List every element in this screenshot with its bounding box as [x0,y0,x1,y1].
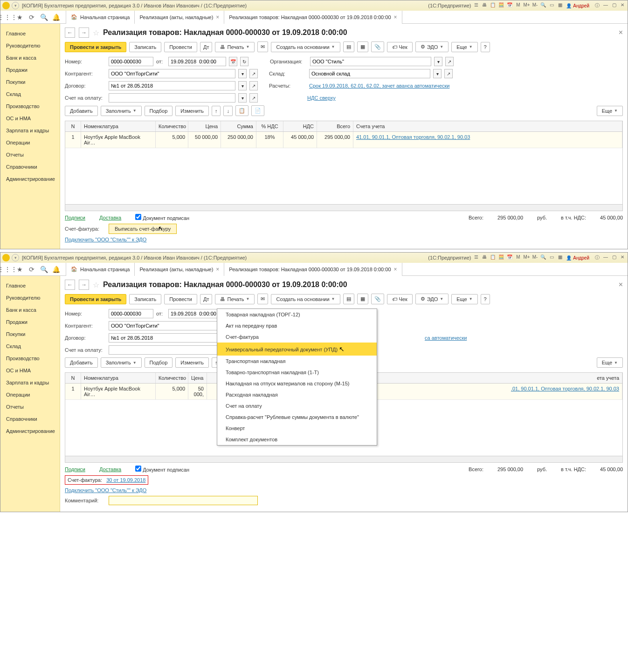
select-button[interactable]: Подбор [145,106,173,116]
titlebar-tool[interactable]: 🖶 [481,254,488,261]
maximize-icon[interactable]: ▢ [611,254,617,261]
history-icon[interactable]: ⟳ [28,13,36,21]
move-down-icon[interactable]: ↓ [223,106,233,116]
titlebar-tool[interactable]: 🔍 [540,2,546,9]
maximize-icon[interactable]: ▢ [611,2,617,9]
vat-link[interactable]: НДС сверху [307,95,336,101]
sidebar-item[interactable]: Руководителю [0,40,60,52]
titlebar-tool[interactable]: ▭ [548,254,555,261]
open-icon[interactable]: ↗ [444,69,453,78]
user-badge[interactable]: 👤 Андрей [566,255,589,261]
edo-connect-link[interactable]: Подключить "ООО "Стиль"" к ЭДО [65,487,146,493]
warehouse-input[interactable] [309,69,430,78]
minimize-icon[interactable]: — [602,2,609,9]
info-icon[interactable]: ⓘ [594,2,600,9]
more-button[interactable]: Еще ▼ [451,294,477,304]
menu-item[interactable]: Транспортная накладная [217,356,377,367]
menu-item[interactable]: Товарно-транспортная накладная (1-Т) [217,367,377,378]
invoice-link[interactable]: 30 от 19.09.2018 [106,477,145,483]
titlebar-tool[interactable]: ☰ [473,2,479,9]
sidebar-item[interactable]: Отчеты [0,149,60,161]
attach-icon[interactable]: 📎 [371,294,384,304]
menu-item[interactable]: Акт на передачу прав [217,320,377,331]
col-total[interactable]: Всего [317,121,353,131]
org-input[interactable] [310,57,431,66]
minimize-icon[interactable]: — [602,254,609,261]
reg-icon[interactable]: ▤ [343,294,354,304]
titlebar-tool[interactable]: 🧮 [498,254,504,261]
sidebar-item[interactable]: Отчеты [0,401,60,413]
horizontal-scrollbar[interactable] [65,456,622,462]
info-icon[interactable]: ⓘ [594,254,600,261]
sidebar-item[interactable]: Главное [0,280,60,292]
titlebar-tool[interactable]: M [515,2,521,9]
apps-icon[interactable]: ⋮⋮⋮ [3,265,12,274]
sidebar-item[interactable]: Склад [0,340,60,352]
select-button[interactable]: Подбор [145,357,173,368]
add-button[interactable]: Добавить [65,357,98,368]
post-and-close-button[interactable]: Провести и закрыть [65,42,126,52]
signatures-link[interactable]: Подписи [65,215,85,220]
favorite-icon[interactable]: ★ [15,265,24,274]
refresh-icon[interactable]: ↻ [240,57,248,66]
more-button[interactable]: Еще ▼ [451,42,477,52]
struct-icon[interactable]: ▦ [357,41,368,52]
menu-item[interactable]: Справка-расчет "Рублевые суммы документа… [217,411,377,423]
titlebar-tool[interactable]: ☰ [473,254,479,261]
create-invoice-button[interactable]: Выписать счет-фактуру [109,224,177,234]
calc-link-partial[interactable]: ca автоматически [425,335,467,341]
print-button[interactable]: 🖶 Печать ▼ [215,294,255,304]
dt-kt-icon[interactable]: Дт [200,42,213,52]
help-icon[interactable]: ? [481,294,490,304]
create-based-button[interactable]: Создать на основании ▼ [271,294,340,304]
close-icon[interactable]: ✕ [619,2,626,9]
number-input[interactable] [109,57,153,66]
tab-home[interactable]: 🏠 Начальная страница [66,11,135,24]
edit-button[interactable]: Изменить [175,106,209,116]
titlebar-tool[interactable]: ▭ [548,2,555,9]
select-icon[interactable]: ▾ [433,69,442,78]
attach-icon[interactable]: 📎 [371,41,384,52]
titlebar-tool[interactable]: 📋 [490,2,496,9]
sidebar-item[interactable]: Операции [0,389,60,401]
titlebar-tool[interactable]: 🖶 [481,2,488,9]
sidebar-item[interactable]: Покупки [0,76,60,88]
dropdown-icon[interactable]: ▾ [12,2,19,9]
delivery-link[interactable]: Доставка [99,215,121,220]
page-close-icon[interactable]: × [619,28,623,37]
print-button[interactable]: 🖶 Печать ▼ [215,42,255,52]
titlebar-tool[interactable]: M [515,254,521,261]
save-button[interactable]: Записать [129,42,161,52]
back-button[interactable]: ← [65,280,75,290]
forward-button[interactable]: → [79,27,89,38]
tab-document[interactable]: Реализация товаров: Накладная 0000-00003… [224,263,402,276]
check-button[interactable]: 🏷 Чек [387,294,413,304]
sidebar-item[interactable]: Продажи [0,64,60,76]
titlebar-tool[interactable]: M- [531,2,538,9]
sidebar-item[interactable]: Зарплата и кадры [0,377,60,389]
star-icon[interactable]: ☆ [93,281,99,289]
tab-close-icon[interactable]: × [394,14,397,21]
struct-icon[interactable]: ▦ [357,294,368,304]
sidebar-item[interactable]: Продажи [0,316,60,328]
titlebar-tool[interactable]: 🔍 [540,254,546,261]
col-price[interactable]: Цена [188,121,221,131]
dt-kt-icon[interactable]: Дт [200,294,213,304]
horizontal-scrollbar[interactable] [65,204,622,211]
sidebar-item[interactable]: ОС и НМА [0,364,60,377]
number-input[interactable] [109,309,153,318]
sidebar-item[interactable]: Зарплата и кадры [0,124,60,137]
open-icon[interactable]: ↗ [249,69,258,78]
tab-close-icon[interactable]: × [394,266,397,273]
select-icon[interactable]: ▾ [434,57,442,66]
table-row[interactable]: 1 Ноутбук Apple MacBook Air… 5,000 50 00… [65,132,622,148]
history-icon[interactable]: ⟳ [28,265,36,274]
titlebar-tool[interactable]: ▦ [557,254,563,261]
open-icon[interactable]: ↗ [249,81,258,90]
col-n[interactable]: N [65,121,81,131]
titlebar-tool[interactable]: ▦ [557,2,563,9]
menu-item[interactable]: Счет на оплату [217,400,377,411]
dropdown-icon[interactable]: ▾ [12,254,19,261]
col-price[interactable]: Цена [188,373,207,383]
select-icon[interactable]: ▾ [238,69,247,78]
